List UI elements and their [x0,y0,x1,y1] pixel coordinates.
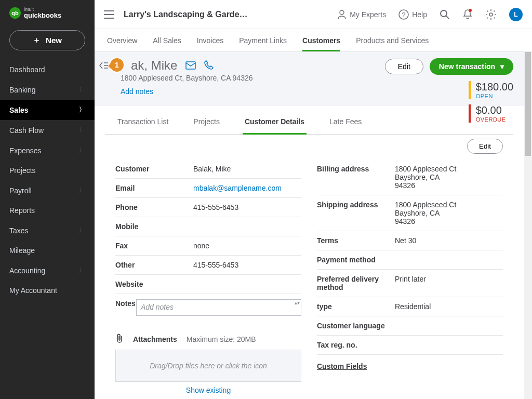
tab-projects[interactable]: Projects [191,117,222,135]
svg-rect-5 [186,62,195,69]
notifications-icon[interactable] [462,9,473,20]
chevron-right-icon: 〉 [79,85,85,94]
field-tax-reg-no-: Tax reg. no. [317,336,503,355]
field-fax: Faxnone [115,236,301,256]
field-phone: Phone415-555-6453 [115,198,301,217]
phone-icon[interactable] [204,58,214,73]
field-mobile: Mobile [115,217,301,236]
customer-header: 1 ak, Mike 1800 Appleseed Ct, Bayshore, … [95,52,524,106]
custom-fields-link[interactable]: Custom Fields [317,362,503,370]
nav-item-mileage[interactable]: Mileage [0,241,95,260]
chevron-right-icon: 〉 [79,126,85,135]
nav-item-cash-flow[interactable]: Cash Flow〉 [0,120,95,140]
chevron-right-icon: 〉 [79,146,85,155]
tab-late-fees[interactable]: Late Fees [327,117,364,135]
field-type: typeResidential [317,297,503,316]
svg-point-0 [340,10,344,15]
field-email: Emailmbalak@samplename.com [115,179,301,198]
balances: $180.00OPEN $0.00OVERDUE [469,81,513,128]
step-badge: 1 [109,57,125,73]
subnav-invoices[interactable]: Invoices [197,29,223,51]
hamburger-icon[interactable] [104,10,114,19]
search-icon[interactable] [440,9,450,20]
new-button[interactable]: ＋ New [9,30,85,50]
chevron-right-icon: 〉 [79,266,85,275]
show-existing-link[interactable]: Show existing [115,386,301,394]
nav-item-banking[interactable]: Banking〉 [0,79,95,100]
detail-tabs: Transaction ListProjectsCustomer Details… [105,106,513,135]
main-content: 1 ak, Mike 1800 Appleseed Ct, Bayshore, … [95,52,524,399]
svg-text:?: ? [402,11,406,19]
subnav-all-sales[interactable]: All Sales [153,29,181,51]
chevron-down-icon: ▾ [500,62,504,71]
subnav: OverviewAll SalesInvoicesPayment LinksCu… [95,29,532,52]
svg-point-4 [489,13,493,16]
nav-item-taxes[interactable]: Taxes〉 [0,220,95,241]
svg-point-3 [441,10,447,17]
my-experts-label: My Experts [350,10,386,19]
field-preferred-delivery-method: Preferred delivery methodPrint later [317,270,503,297]
subnav-customers[interactable]: Customers [302,29,340,51]
scrollbar-track[interactable] [524,52,532,399]
field-customer: CustomerBalak, Mike [115,159,301,179]
field-website: Website [115,275,301,294]
field-notes: NotesAdd notes▴▾ [115,294,301,321]
notes-input[interactable]: Add notes▴▾ [136,299,301,316]
brand-logo: qb intuitquickbooks [0,0,95,24]
tab-customer-details[interactable]: Customer Details [243,117,307,135]
logo-badge-icon: qb [9,7,21,19]
nav-item-my-accountant[interactable]: My Accountant [0,281,95,300]
attachments-label: Attachments [133,335,177,343]
edit-details-button[interactable]: Edit [467,139,503,154]
subnav-products-and-services[interactable]: Products and Services [356,29,429,51]
tab-transaction-list[interactable]: Transaction List [115,117,170,135]
sidebar: qb intuitquickbooks ＋ New DashboardBanki… [0,0,95,399]
attachment-icon[interactable] [115,334,124,344]
field-payment-method: Payment method [317,250,503,270]
open-amount: $180.00 [476,81,513,93]
add-notes-link[interactable]: Add notes [121,87,153,96]
my-experts-button[interactable]: My Experts [337,9,386,20]
chevron-right-icon: 〉 [79,105,85,114]
email-icon[interactable] [185,58,196,73]
topbar: Larry's Landscaping & Garde… My Experts … [95,0,532,29]
field-customer-language: Customer language [317,316,503,336]
field-other: Other415-555-6453 [115,256,301,275]
nav-item-payroll[interactable]: Payroll〉 [0,180,95,201]
chevron-right-icon: 〉 [79,226,85,235]
nav-item-accounting[interactable]: Accounting〉 [0,260,95,281]
nav-item-projects[interactable]: Projects [0,161,95,180]
nav-item-reports[interactable]: Reports [0,201,95,220]
field-billing-address: Billing address1800 Appleseed CtBayshore… [317,159,503,195]
user-avatar[interactable]: L [509,8,523,21]
settings-gear-icon[interactable] [485,9,497,20]
plus-icon: ＋ [33,35,41,45]
field-terms: TermsNet 30 [317,231,503,250]
edit-customer-button[interactable]: Edit [385,59,423,74]
open-label: OPEN [476,93,513,99]
company-name: Larry's Landscaping & Garde… [124,10,248,19]
customer-address: 1800 Appleseed Ct, Bayshore, CA 94326 [121,74,513,82]
nav-item-sales[interactable]: Sales〉 [0,100,95,120]
help-button[interactable]: ? Help [398,9,427,20]
chevron-right-icon: 〉 [79,186,85,195]
help-label: Help [412,10,427,19]
customer-details-panel: Edit CustomerBalak, MikeEmailmbalak@samp… [95,135,524,399]
subnav-payment-links[interactable]: Payment Links [239,29,287,51]
email-link[interactable]: mbalak@samplename.com [193,184,282,192]
field-shipping-address: Shipping address1800 Appleseed CtBayshor… [317,195,503,231]
overdue-label: OVERDUE [476,116,506,123]
new-button-label: New [46,36,62,45]
new-transaction-label: New transaction [439,62,495,71]
attachment-dropzone[interactable]: Drag/Drop files here or click the icon [115,350,301,382]
attachments-hint: Maximum size: 20MB [187,335,256,343]
nav-item-dashboard[interactable]: Dashboard [0,60,95,79]
new-transaction-button[interactable]: New transaction ▾ [430,58,513,75]
logo-text: intuitquickbooks [24,7,61,19]
subnav-overview[interactable]: Overview [107,29,137,51]
nav-item-expenses[interactable]: Expenses〉 [0,140,95,161]
scrollbar-thumb[interactable] [525,52,531,156]
overdue-amount: $0.00 [476,104,506,116]
